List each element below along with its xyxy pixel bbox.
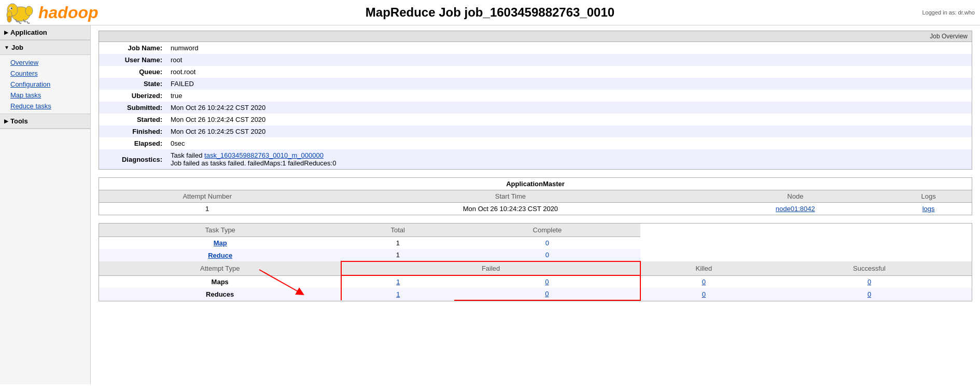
am-col-start-time: Start Time (315, 190, 705, 203)
am-title: ApplicationMaster (99, 178, 972, 190)
am-node: node01:8042 (705, 203, 885, 215)
sidebar-application-header[interactable]: ▶ Application (0, 25, 90, 40)
reduce-type-cell: Reduce (99, 249, 341, 261)
application-master-table: ApplicationMaster Attempt Number Start T… (99, 178, 972, 215)
elapsed-value: 0sec (166, 137, 972, 149)
map-total: 1 (341, 237, 454, 249)
sidebar-item-overview[interactable]: Overview (0, 57, 90, 68)
reduce-link[interactable]: Reduce (208, 252, 232, 259)
reduces-successful: 0 (767, 288, 972, 300)
state-value: FAILED (166, 78, 972, 90)
map-complete: 0 (454, 237, 640, 249)
maps-failed2-link[interactable]: 0 (545, 278, 549, 286)
logged-in-text: Logged in as: dr.who (922, 9, 975, 16)
job-name-label: Job Name: (99, 42, 166, 54)
started-label: Started: (99, 114, 166, 126)
main-content: Job Overview Job Name: numword User Name… (91, 25, 980, 384)
submitted-label: Submitted: (99, 102, 166, 114)
finished-label: Finished: (99, 126, 166, 137)
reduce-total: 1 (341, 249, 454, 261)
application-arrow-icon: ▶ (4, 30, 8, 35)
task-type-header-row: Task Type Total Complete (99, 224, 972, 237)
col-task-type: Task Type (99, 224, 341, 237)
sidebar-job-label: Job (11, 44, 23, 51)
table-row: Uberized: true (99, 90, 972, 102)
table-row: User Name: root (99, 54, 972, 66)
maps-killed: 0 (640, 275, 767, 288)
uberized-value: true (166, 90, 972, 102)
svg-point-3 (7, 16, 11, 22)
sidebar-application-section: ▶ Application (0, 25, 90, 40)
maps-successful: 0 (767, 275, 972, 288)
sidebar-item-counters[interactable]: Counters (0, 68, 90, 79)
hadoop-logo: hadoop (5, 0, 99, 25)
user-name-label: User Name: (99, 54, 166, 66)
page-header: hadoop MapReduce Job job_1603459882763_0… (0, 0, 980, 25)
table-row: Job Name: numword (99, 42, 972, 54)
reduces-failed1: 1 (341, 288, 454, 300)
job-overview-header: Job Overview (99, 31, 972, 42)
reduces-successful-link[interactable]: 0 (867, 290, 871, 298)
main-layout: ▶ Application ▼ Job Overview Counters Co… (0, 25, 980, 384)
col-successful: Successful (767, 261, 972, 275)
task-summary-box: Task Type Total Complete Map 1 0 Reduce (99, 223, 972, 301)
map-link[interactable]: Map (214, 239, 227, 247)
sidebar: ▶ Application ▼ Job Overview Counters Co… (0, 25, 91, 384)
col-attempt-type: Attempt Type (99, 261, 341, 275)
job-overview-box: Job Overview Job Name: numword User Name… (99, 31, 972, 170)
reduces-failed2-link[interactable]: 0 (545, 290, 549, 298)
maps-failed1: 1 (341, 275, 454, 288)
diagnostics-task-link[interactable]: task_1603459882763_0010_m_000000 (204, 151, 324, 159)
sidebar-item-map-tasks[interactable]: Map tasks (0, 90, 90, 101)
application-master-box: ApplicationMaster Attempt Number Start T… (99, 177, 972, 215)
am-logs-link[interactable]: logs (922, 205, 935, 213)
reduces-killed-link[interactable]: 0 (702, 290, 706, 298)
table-row: Maps 1 0 0 0 (99, 275, 972, 288)
maps-attempt-type: Maps (99, 275, 341, 288)
reduce-complete: 0 (454, 249, 640, 261)
tools-arrow-icon: ▶ (4, 118, 8, 124)
task-summary-container: Task Type Total Complete Map 1 0 Reduce (99, 223, 972, 301)
task-summary-table: Task Type Total Complete Map 1 0 Reduce (99, 224, 972, 301)
sidebar-tools-section: ▶ Tools (0, 114, 90, 129)
sidebar-job-header[interactable]: ▼ Job (0, 40, 90, 55)
table-row: Reduce 1 0 (99, 249, 972, 261)
maps-failed2: 0 (454, 275, 640, 288)
sidebar-job-nav: Overview Counters Configuration Map task… (0, 55, 90, 114)
sidebar-application-label: Application (10, 29, 47, 36)
attempt-type-header-row: Attempt Type Failed Killed Successful (99, 261, 972, 275)
am-node-link[interactable]: node01:8042 (776, 205, 815, 213)
col-failed: Failed (341, 261, 640, 275)
elapsed-label: Elapsed: (99, 137, 166, 149)
job-name-value: numword (166, 42, 972, 54)
table-row: 1 Mon Oct 26 10:24:23 CST 2020 node01:80… (99, 203, 972, 215)
table-row: Diagnostics: Task failed task_1603459882… (99, 149, 972, 169)
queue-value: root.root (166, 66, 972, 78)
maps-failed1-link[interactable]: 1 (396, 278, 400, 286)
job-arrow-icon: ▼ (4, 45, 9, 50)
svg-point-6 (25, 6, 33, 16)
am-col-attempt: Attempt Number (99, 190, 315, 203)
sidebar-item-reduce-tasks[interactable]: Reduce tasks (0, 101, 90, 112)
am-col-node: Node (705, 190, 885, 203)
reduces-failed1-link[interactable]: 1 (396, 290, 400, 298)
job-overview-table: Job Name: numword User Name: root Queue:… (99, 42, 972, 169)
table-row: Reduces 1 0 0 0 (99, 288, 972, 300)
am-logs: logs (885, 203, 972, 215)
maps-successful-link[interactable]: 0 (867, 278, 871, 286)
sidebar-tools-header[interactable]: ▶ Tools (0, 114, 90, 129)
queue-label: Queue: (99, 66, 166, 78)
hadoop-text: hadoop (38, 3, 99, 22)
svg-point-5 (11, 8, 12, 9)
sidebar-tools-label: Tools (10, 117, 28, 125)
col-total: Total (341, 224, 454, 237)
maps-killed-link[interactable]: 0 (702, 278, 706, 286)
page-title: MapReduce Job job_1603459882763_0010 (366, 5, 614, 20)
am-col-logs: Logs (885, 190, 972, 203)
table-row: Map 1 0 (99, 237, 972, 249)
am-start-time: Mon Oct 26 10:24:23 CST 2020 (315, 203, 705, 215)
uberized-label: Uberized: (99, 90, 166, 102)
table-row: Submitted: Mon Oct 26 10:24:22 CST 2020 (99, 102, 972, 114)
sidebar-item-configuration[interactable]: Configuration (0, 79, 90, 90)
sidebar-job-section: ▼ Job Overview Counters Configuration Ma… (0, 40, 90, 114)
